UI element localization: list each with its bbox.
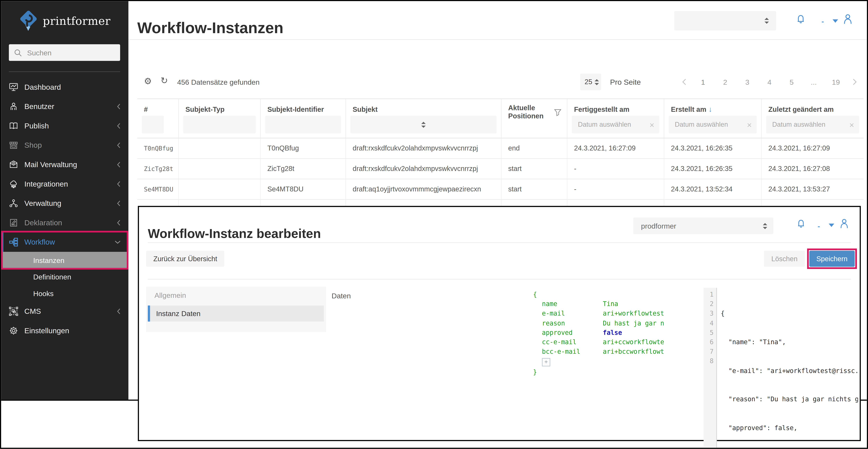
- line-number: 2: [704, 299, 713, 309]
- date-picker-input[interactable]: [577, 120, 647, 129]
- json-tree-row[interactable]: e-mail ari+workflowtest: [533, 309, 699, 319]
- json-value[interactable]: ari+ccworkflowte: [603, 338, 664, 347]
- daten-field-label: Daten: [332, 292, 351, 300]
- sidebar-item-dashboard[interactable]: Dashboard: [1, 77, 128, 97]
- filter-id-input[interactable]: [142, 116, 164, 133]
- sidebar-item-einstellungen[interactable]: Einstellungen: [1, 321, 128, 340]
- sort-desc-icon[interactable]: [709, 105, 712, 114]
- chevron-left-icon: [117, 142, 121, 149]
- json-key[interactable]: e-mail: [542, 309, 603, 319]
- back-to-overview-button[interactable]: Zurück zur Übersicht: [146, 251, 224, 267]
- date-picker-input[interactable]: [771, 120, 846, 129]
- json-tree-row[interactable]: cc-e-mail ari+ccworkflowte: [533, 338, 699, 347]
- json-key[interactable]: approved: [542, 328, 603, 338]
- gear-icon: [9, 326, 18, 335]
- pagination-page[interactable]: 3: [736, 78, 758, 86]
- modal-divider: [148, 243, 851, 243]
- select-spinner-icon: [594, 79, 599, 85]
- table-settings-gear-icon[interactable]: ⚙: [144, 77, 152, 86]
- tab-allgemein[interactable]: Allgemein: [155, 291, 186, 299]
- json-tree-row[interactable]: approved false: [533, 328, 699, 338]
- delete-button[interactable]: Löschen: [764, 251, 805, 267]
- json-value[interactable]: ari+bccworkflowt: [603, 347, 664, 357]
- sidebar-item-verwaltung[interactable]: Verwaltung: [1, 194, 128, 213]
- notifications-button[interactable]: [795, 14, 807, 26]
- pagination-page[interactable]: 19: [825, 78, 847, 86]
- filter-subjekt-typ-input[interactable]: [183, 116, 256, 133]
- tab-instanz-daten[interactable]: Instanz Daten: [148, 306, 324, 321]
- cell-erstellt: 24.3.2021, 13:52:34: [664, 179, 762, 199]
- json-key[interactable]: reason: [542, 319, 603, 328]
- pagination-prev-icon[interactable]: [677, 78, 692, 85]
- code-line: "reason": "Du hast ja gar nichts ge: [721, 395, 858, 404]
- save-button[interactable]: Speichern: [809, 251, 855, 267]
- code-line: {: [721, 309, 858, 319]
- pagination-page[interactable]: 5: [780, 78, 803, 86]
- json-key[interactable]: name: [542, 299, 603, 309]
- sidebar-subitem-hooks[interactable]: Hooks: [1, 285, 128, 302]
- page-size-select[interactable]: 25: [580, 73, 601, 90]
- account-dropdown-icon[interactable]: [833, 20, 838, 23]
- filter-fertiggestellt-date: [572, 116, 659, 133]
- filter-erstellt-date: [669, 116, 757, 133]
- code-line: "name": "Tina",: [721, 338, 858, 347]
- cell-geaendert: 24.3.2021, 16:27:08: [762, 159, 864, 179]
- refresh-icon[interactable]: ↻: [161, 76, 168, 85]
- account-dropdown-icon[interactable]: [829, 224, 834, 227]
- cell-fertiggestellt: 24.3.2021, 16:27:09: [567, 138, 664, 158]
- filter-funnel-icon[interactable]: [554, 109, 561, 116]
- notifications-button[interactable]: [796, 219, 807, 230]
- cell-fertiggestellt: -: [567, 159, 664, 179]
- json-value[interactable]: Tina: [603, 299, 618, 309]
- pagination-next-icon[interactable]: [847, 78, 863, 85]
- sidebar-item-integrationen[interactable]: Integrationen: [1, 174, 128, 194]
- sidebar-subitem-instanzen[interactable]: Instanzen: [1, 252, 128, 268]
- pagination-page[interactable]: 1: [692, 78, 714, 86]
- filter-subjekt-identifier-input[interactable]: [265, 116, 341, 133]
- table-row[interactable]: ZicTg28t ZicTg28t draft:rxskdfcukv2olahd…: [137, 159, 864, 179]
- mail-icon: [9, 160, 18, 169]
- search-icon: [14, 49, 22, 57]
- json-value[interactable]: ari+workflowtest: [603, 309, 664, 319]
- pagination-page[interactable]: 4: [758, 78, 781, 86]
- sidebar-item-deklaration[interactable]: Deklaration: [1, 213, 128, 232]
- table-row[interactable]: T0nQBfug T0nQBfug draft:rxskdfcukv2olahd…: [137, 138, 864, 159]
- json-tree-row[interactable]: reason Du hast ja gar n: [533, 319, 699, 328]
- edit-instance-modal: Workflow-Instanz bearbeiten prodformer -…: [138, 206, 861, 441]
- json-value-boolean[interactable]: false: [603, 328, 622, 338]
- active-item-bar: [1, 232, 3, 252]
- sidebar-item-cms[interactable]: CMS: [1, 302, 128, 321]
- add-property-button[interactable]: +: [542, 358, 550, 366]
- filter-subjekt-select[interactable]: [350, 116, 496, 133]
- json-key[interactable]: cc-e-mail: [542, 338, 603, 347]
- json-tree-row[interactable]: name Tina: [533, 299, 699, 309]
- cms-icon: [9, 307, 18, 316]
- table-row[interactable]: Se4MT8DU Se4MT8DU draft:aq1oyjjrtvoxovmm…: [137, 179, 864, 200]
- sidebar-item-workflow[interactable]: Workflow: [1, 232, 128, 252]
- sidebar-item-mail-verwaltung[interactable]: Mail Verwaltung: [1, 155, 128, 174]
- pagination-page[interactable]: 2: [714, 78, 736, 86]
- json-key[interactable]: bcc-e-mail: [542, 347, 603, 357]
- code-lines[interactable]: { "name": "Tina", "e-mail": "ari+workflo…: [717, 288, 858, 449]
- clear-icon[interactable]: [744, 120, 754, 129]
- sidebar-subitem-definitionen[interactable]: Definitionen: [1, 268, 128, 285]
- account-button[interactable]: [841, 13, 854, 25]
- column-zuletzt-geaendert-am: Zuletzt geändert am: [762, 99, 864, 138]
- json-code-editor[interactable]: 1 2 3 4 5 6 7 8 { "name": "Tina", "e-mai…: [704, 288, 858, 449]
- sidebar-item-publish[interactable]: Publish: [1, 116, 128, 136]
- modal-tenant-select[interactable]: prodformer: [633, 218, 773, 234]
- json-value[interactable]: Du hast ja gar n: [603, 319, 664, 328]
- cell-erstellt: 24.3.2021, 16:26:35: [664, 138, 762, 158]
- search-input[interactable]: [26, 48, 115, 57]
- clear-icon[interactable]: [846, 120, 857, 129]
- tenant-select[interactable]: [674, 11, 776, 31]
- sidebar-item-benutzer[interactable]: Benutzer: [1, 97, 128, 116]
- date-picker-input[interactable]: [674, 120, 744, 129]
- account-button[interactable]: [838, 218, 850, 230]
- sidebar-item-shop[interactable]: Shop: [1, 135, 128, 155]
- cell-id: Se4MT8DU: [137, 179, 179, 199]
- user-profile-icon: [841, 13, 854, 25]
- json-tree-row[interactable]: bcc-e-mail ari+bccworkflowt: [533, 347, 699, 357]
- clear-icon[interactable]: [647, 120, 657, 129]
- annotation-highlight-save: Speichern: [807, 249, 857, 269]
